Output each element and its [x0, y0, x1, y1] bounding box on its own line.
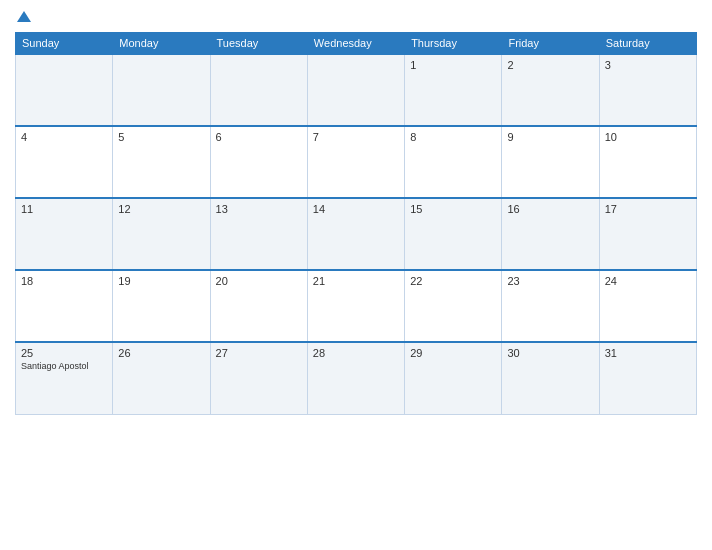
calendar-table: SundayMondayTuesdayWednesdayThursdayFrid… — [15, 32, 697, 415]
weekday-header-row: SundayMondayTuesdayWednesdayThursdayFrid… — [16, 33, 697, 55]
calendar-week-row: 18192021222324 — [16, 270, 697, 342]
calendar-day-cell — [113, 54, 210, 126]
calendar-day-cell — [307, 54, 404, 126]
day-number: 5 — [118, 131, 204, 143]
calendar-day-cell: 8 — [405, 126, 502, 198]
calendar-day-cell: 10 — [599, 126, 696, 198]
calendar-day-cell: 23 — [502, 270, 599, 342]
calendar-day-cell: 25Santiago Apostol — [16, 342, 113, 414]
calendar-day-cell: 17 — [599, 198, 696, 270]
day-number: 1 — [410, 59, 496, 71]
day-number: 27 — [216, 347, 302, 359]
calendar-day-cell: 9 — [502, 126, 599, 198]
calendar-week-row: 11121314151617 — [16, 198, 697, 270]
calendar-day-cell: 14 — [307, 198, 404, 270]
day-number: 8 — [410, 131, 496, 143]
day-number: 9 — [507, 131, 593, 143]
calendar-day-cell: 6 — [210, 126, 307, 198]
day-number: 12 — [118, 203, 204, 215]
day-number: 7 — [313, 131, 399, 143]
weekday-header: Tuesday — [210, 33, 307, 55]
day-number: 14 — [313, 203, 399, 215]
calendar-day-cell: 22 — [405, 270, 502, 342]
calendar-day-cell: 24 — [599, 270, 696, 342]
weekday-header: Thursday — [405, 33, 502, 55]
calendar-day-cell: 20 — [210, 270, 307, 342]
day-number: 20 — [216, 275, 302, 287]
day-number: 3 — [605, 59, 691, 71]
calendar-day-cell: 12 — [113, 198, 210, 270]
header-row — [15, 10, 697, 26]
calendar-day-cell: 3 — [599, 54, 696, 126]
weekday-header: Saturday — [599, 33, 696, 55]
day-number: 31 — [605, 347, 691, 359]
logo-top — [15, 10, 31, 26]
calendar-day-cell: 4 — [16, 126, 113, 198]
day-number: 25 — [21, 347, 107, 359]
weekday-header: Sunday — [16, 33, 113, 55]
day-number: 28 — [313, 347, 399, 359]
logo-triangle-icon — [17, 11, 31, 22]
day-number: 10 — [605, 131, 691, 143]
calendar-day-cell: 11 — [16, 198, 113, 270]
weekday-header: Wednesday — [307, 33, 404, 55]
calendar-day-cell: 29 — [405, 342, 502, 414]
calendar-day-cell: 18 — [16, 270, 113, 342]
calendar-body: 1234567891011121314151617181920212223242… — [16, 54, 697, 414]
calendar-week-row: 123 — [16, 54, 697, 126]
day-number: 29 — [410, 347, 496, 359]
calendar-day-cell: 26 — [113, 342, 210, 414]
calendar-wrapper: SundayMondayTuesdayWednesdayThursdayFrid… — [0, 0, 712, 550]
calendar-day-cell: 2 — [502, 54, 599, 126]
calendar-day-cell: 7 — [307, 126, 404, 198]
day-number: 6 — [216, 131, 302, 143]
day-number: 22 — [410, 275, 496, 287]
day-number: 23 — [507, 275, 593, 287]
calendar-day-cell: 5 — [113, 126, 210, 198]
day-number: 2 — [507, 59, 593, 71]
logo — [15, 10, 31, 26]
calendar-day-cell: 27 — [210, 342, 307, 414]
calendar-day-cell: 30 — [502, 342, 599, 414]
day-number: 26 — [118, 347, 204, 359]
calendar-day-cell: 21 — [307, 270, 404, 342]
calendar-day-cell: 28 — [307, 342, 404, 414]
day-number: 18 — [21, 275, 107, 287]
day-number: 19 — [118, 275, 204, 287]
day-number: 13 — [216, 203, 302, 215]
calendar-day-cell: 1 — [405, 54, 502, 126]
day-number: 17 — [605, 203, 691, 215]
calendar-day-cell: 31 — [599, 342, 696, 414]
weekday-header: Monday — [113, 33, 210, 55]
calendar-day-cell: 15 — [405, 198, 502, 270]
day-number: 4 — [21, 131, 107, 143]
day-number: 15 — [410, 203, 496, 215]
calendar-day-cell: 19 — [113, 270, 210, 342]
calendar-day-cell — [210, 54, 307, 126]
calendar-day-cell: 13 — [210, 198, 307, 270]
day-number: 21 — [313, 275, 399, 287]
calendar-week-row: 25Santiago Apostol262728293031 — [16, 342, 697, 414]
day-number: 30 — [507, 347, 593, 359]
day-number: 11 — [21, 203, 107, 215]
weekday-header: Friday — [502, 33, 599, 55]
day-number: 16 — [507, 203, 593, 215]
day-number: 24 — [605, 275, 691, 287]
calendar-day-cell — [16, 54, 113, 126]
calendar-day-cell: 16 — [502, 198, 599, 270]
country-label — [637, 22, 697, 26]
calendar-week-row: 45678910 — [16, 126, 697, 198]
event-label: Santiago Apostol — [21, 361, 107, 371]
